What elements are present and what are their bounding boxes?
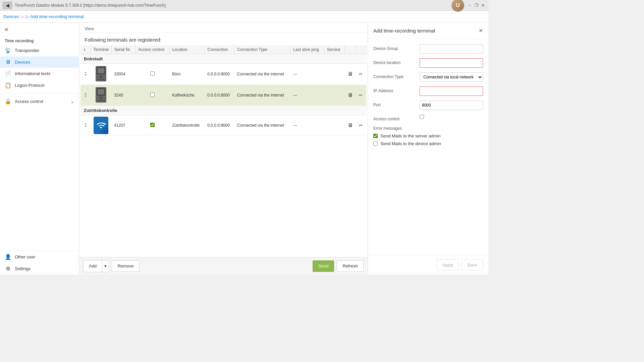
sidebar-item-other-user[interactable]: 👤 Other user bbox=[0, 251, 79, 263]
row-sort-handle[interactable] bbox=[80, 85, 91, 106]
sidebar-item-logon-protocol[interactable]: 📋 Logon-Protocol bbox=[0, 79, 79, 91]
group-header-bobstadt: Bobstadt bbox=[80, 54, 366, 64]
add-button[interactable]: Add bbox=[84, 260, 102, 272]
service bbox=[324, 85, 344, 106]
title-bar-left: ◀ TimePunch Datafox Module 5.7.309.0 [ht… bbox=[3, 2, 165, 9]
device-thumbnail bbox=[94, 86, 108, 104]
col-connection-type[interactable]: Connection Type bbox=[234, 45, 290, 54]
group-header-zutrittskontrolle: Zutrittskontrolle bbox=[80, 106, 366, 115]
col-location[interactable]: Location bbox=[169, 45, 205, 54]
serial-number: 41207 bbox=[111, 115, 135, 136]
connection-type-select[interactable]: Connected via local network Connected vi… bbox=[420, 72, 483, 82]
user-avatar[interactable]: U bbox=[451, 0, 464, 12]
send-button[interactable]: Send bbox=[313, 260, 334, 272]
logon-protocol-icon: 📋 bbox=[5, 82, 11, 88]
sidebar-item-transponder[interactable]: 📡 Transponder bbox=[0, 45, 79, 56]
sidebar-access-control-section[interactable]: 🔒 Access control ⌄ bbox=[0, 96, 79, 107]
apply-button[interactable]: Apply bbox=[437, 259, 459, 270]
right-panel: Add time-recording terminal ✕ Device Gro… bbox=[368, 23, 488, 275]
access-control-check[interactable] bbox=[135, 64, 169, 85]
monitor-icon[interactable]: 🖥 bbox=[347, 122, 353, 128]
monitor-icon[interactable]: 🖥 bbox=[347, 92, 353, 98]
sidebar-item-other-user-label: Other user bbox=[15, 254, 35, 259]
serial-number: 33004 bbox=[111, 64, 135, 85]
device-group-input[interactable] bbox=[420, 44, 483, 54]
send-mails-device-row: Send Mails to the device admin bbox=[373, 141, 483, 146]
col-sort[interactable]: ⬍ bbox=[80, 45, 91, 54]
col-last-alive[interactable]: Last alive ping bbox=[290, 45, 324, 54]
port-input[interactable] bbox=[420, 101, 483, 110]
right-panel-body: Device Group Device location Connection … bbox=[368, 39, 488, 255]
sidebar-item-informational-texts[interactable]: 📄 Informational texts bbox=[0, 68, 79, 79]
action-edit[interactable]: ✏ bbox=[356, 85, 366, 106]
back-button[interactable]: ◀ bbox=[3, 2, 12, 9]
sidebar-item-devices[interactable]: 🖥 Devices bbox=[0, 56, 79, 68]
device-location-input[interactable] bbox=[420, 58, 483, 68]
restore-button[interactable]: ❐ bbox=[474, 3, 479, 8]
action-monitor[interactable]: 🖥 bbox=[344, 64, 356, 85]
action-edit[interactable]: ✏ bbox=[356, 115, 366, 136]
terminals-table-container: ⬍ Terminal Serial Nr. Access control Loc… bbox=[79, 45, 368, 257]
serial-number: 3245 bbox=[111, 85, 135, 106]
edit-icon[interactable]: ✏ bbox=[359, 71, 363, 77]
form-row-connection-type: Connection Type Connected via local netw… bbox=[373, 72, 483, 82]
action-monitor[interactable]: 🖥 bbox=[344, 115, 356, 136]
device-thumbnail-wifi bbox=[94, 117, 108, 134]
device-icon-cell bbox=[91, 64, 111, 85]
svg-point-8 bbox=[100, 97, 102, 99]
breadcrumb-add-action[interactable]: ▷ Add time-recording terminal bbox=[26, 14, 84, 19]
table-row[interactable]: 41207 Zutrittskontrolle 0.0.0.0:8000 Con… bbox=[80, 115, 366, 136]
sidebar-item-transponder-label: Transponder bbox=[15, 48, 39, 53]
col-connection[interactable]: Connection bbox=[205, 45, 234, 54]
ip-address-input[interactable] bbox=[420, 86, 483, 96]
form-row-device-location: Device location bbox=[373, 58, 483, 68]
edit-icon[interactable]: ✏ bbox=[359, 93, 363, 98]
add-dropdown-arrow[interactable]: ▾ bbox=[102, 260, 109, 272]
svg-rect-7 bbox=[98, 89, 104, 95]
sidebar-item-informational-texts-label: Informational texts bbox=[15, 71, 50, 76]
col-serial[interactable]: Serial Nr. bbox=[111, 45, 135, 54]
group-name-bobstadt: Bobstadt bbox=[80, 54, 366, 64]
transponder-icon: 📡 bbox=[5, 47, 11, 54]
sidebar-item-settings[interactable]: ⚙ Settings bbox=[0, 263, 79, 275]
row-sort-handle[interactable] bbox=[80, 115, 91, 136]
sidebar-item-logon-protocol-label: Logon-Protocol bbox=[15, 83, 44, 88]
form-row-ip-address: IP-Address bbox=[373, 86, 483, 96]
refresh-button[interactable]: Refresh bbox=[337, 260, 364, 272]
table-row[interactable]: 33004 Büro 0.0.0.0:8000 Connected via th… bbox=[80, 64, 366, 85]
col-terminal[interactable]: Terminal bbox=[91, 45, 111, 54]
action-monitor[interactable]: 🖥 bbox=[344, 85, 356, 106]
minimize-button[interactable]: − bbox=[467, 3, 472, 8]
right-panel-title: Add time-recording terminal bbox=[373, 28, 435, 34]
connection: 0.0.0.0:8000 bbox=[205, 115, 234, 136]
devices-icon: 🖥 bbox=[5, 59, 11, 65]
remove-button[interactable]: Remove bbox=[112, 260, 139, 272]
table-header-row: ⬍ Terminal Serial Nr. Access control Loc… bbox=[80, 45, 366, 54]
col-access-control[interactable]: Access control bbox=[135, 45, 169, 54]
row-sort-handle[interactable] bbox=[80, 64, 91, 85]
table-row[interactable]: 3245 Kaffeeküche 0.0.0.0:8000 Connected … bbox=[80, 85, 366, 106]
send-mails-device-checkbox[interactable] bbox=[373, 141, 378, 146]
action-edit[interactable]: ✏ bbox=[356, 64, 366, 85]
edit-icon[interactable]: ✏ bbox=[359, 123, 363, 128]
add-button-group: Add ▾ bbox=[83, 260, 109, 272]
breadcrumb: Devices ▷ ▷ Add time-recording terminal bbox=[0, 11, 488, 23]
connection: 0.0.0.0:8000 bbox=[205, 85, 234, 106]
device-icon-cell bbox=[91, 85, 111, 106]
sidebar-menu-toggle[interactable]: ≡ bbox=[0, 23, 79, 37]
col-actions1 bbox=[344, 45, 356, 54]
access-control-checkbox[interactable] bbox=[150, 93, 155, 97]
access-control-check[interactable] bbox=[135, 85, 169, 106]
access-control-check[interactable] bbox=[135, 115, 169, 136]
access-control-checkbox[interactable] bbox=[150, 123, 155, 127]
save-button[interactable]: Save bbox=[462, 259, 483, 270]
right-panel-header: Add time-recording terminal ✕ bbox=[368, 23, 488, 39]
access-control-checkbox[interactable] bbox=[150, 71, 155, 76]
monitor-icon[interactable]: 🖥 bbox=[347, 71, 353, 77]
access-control-form-checkbox[interactable] bbox=[420, 115, 424, 119]
right-panel-close-button[interactable]: ✕ bbox=[479, 27, 483, 34]
breadcrumb-devices-link[interactable]: Devices bbox=[3, 14, 19, 19]
col-service[interactable]: Service bbox=[324, 45, 344, 54]
close-button[interactable]: ✕ bbox=[480, 3, 486, 8]
send-mails-server-checkbox[interactable] bbox=[373, 134, 378, 138]
